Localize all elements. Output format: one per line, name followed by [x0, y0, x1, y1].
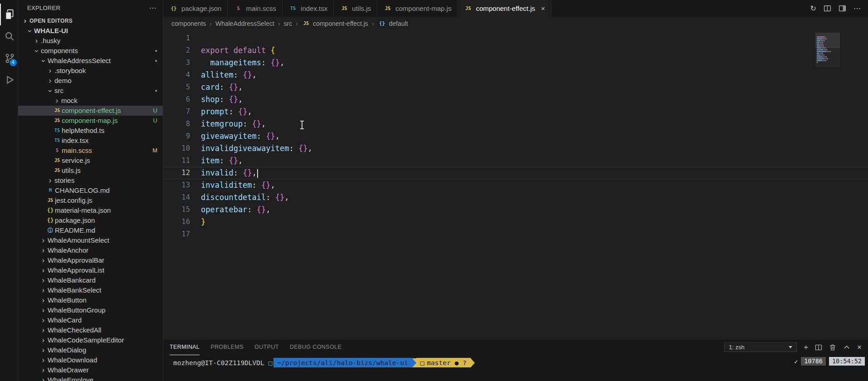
breadcrumb-item[interactable]: src — [284, 20, 293, 27]
tree-folder-components[interactable]: ›components● — [18, 46, 163, 56]
code-line[interactable]: 14discountdetail: {}, — [163, 191, 868, 204]
tree-folder-.storybook[interactable]: ›.storybook — [18, 66, 163, 76]
code-line[interactable]: 9giveawayitem: {}, — [163, 130, 868, 142]
ibeam-mouse-cursor — [299, 121, 305, 129]
code-line-text: export default { — [190, 44, 275, 57]
tab-component-effect.js[interactable]: JScomponent-effect.js× — [458, 0, 551, 17]
split-editor-icon[interactable] — [824, 5, 831, 12]
tree-folder-WhaleAmountSelect[interactable]: ›WhaleAmountSelect — [18, 235, 163, 245]
breadcrumb-item[interactable]: {}default — [378, 20, 408, 27]
breadcrumb-item[interactable]: JScomponent-effect.js — [302, 20, 368, 27]
tree-folder-WhaleApprovalBar[interactable]: ›WhaleApprovalBar — [18, 255, 163, 265]
breadcrumb-item[interactable]: WhaleAddressSelect — [215, 20, 274, 27]
trash-icon[interactable] — [829, 344, 836, 351]
tree-folder-WhaleBankSelect[interactable]: ›WhaleBankSelect — [18, 285, 163, 295]
tree-folder-WhaleCodeSampleEditor[interactable]: ›WhaleCodeSampleEditor — [18, 335, 163, 345]
tree-folder-WhaleCard[interactable]: ›WhaleCard — [18, 315, 163, 325]
explorer-view-button[interactable] — [0, 4, 18, 25]
tree-folder-mock[interactable]: ›mock — [18, 96, 163, 106]
layout-icon[interactable] — [839, 5, 846, 12]
open-editors-section[interactable]: › OPEN EDITORS — [18, 16, 163, 26]
tab-main.scss[interactable]: Smain.scss — [228, 0, 283, 17]
tree-file-helpMethod.ts[interactable]: TShelpMethod.ts — [18, 126, 163, 136]
tree-file-CHANGELOG.md[interactable]: MCHANGELOG.md — [18, 186, 163, 195]
tree-item-label: WhaleBankSelect — [48, 285, 101, 295]
minimap[interactable] — [815, 33, 840, 67]
tree-item-label: component-map.js — [62, 116, 117, 126]
close-panel-icon[interactable]: × — [857, 343, 862, 351]
tab-utils.js[interactable]: JSutils.js — [334, 0, 377, 17]
tree-folder-stories[interactable]: ›stories — [18, 176, 163, 186]
history-icon[interactable]: ↻ — [810, 5, 816, 12]
code-line[interactable]: 4allitem: {}, — [163, 69, 868, 81]
tree-folder-WhaleDialog[interactable]: ›WhaleDialog — [18, 345, 163, 355]
code-line[interactable]: 1 — [163, 32, 868, 44]
code-line[interactable]: 5card: {}, — [163, 81, 868, 93]
breadcrumb-item[interactable]: components — [171, 20, 206, 27]
code-line[interactable]: 17 — [163, 228, 868, 240]
tree-file-main.scss[interactable]: Smain.scssM — [18, 146, 163, 156]
explorer-more-actions-icon[interactable]: ⋯ — [149, 4, 156, 12]
code-line[interactable]: 16} — [163, 216, 868, 228]
tree-folder-WhaleBankcard[interactable]: ›WhaleBankcard — [18, 275, 163, 285]
code-line[interactable]: 3 manageitems: {}, — [163, 57, 868, 69]
tree-file-service.js[interactable]: JSservice.js — [18, 156, 163, 166]
panel-tab-terminal[interactable]: TERMINAL — [170, 339, 200, 355]
more-actions-icon[interactable]: ⋯ — [853, 5, 861, 12]
tree-folder-WhaleEmploye[interactable]: ›WhaleEmploye — [18, 375, 163, 381]
line-number: 1 — [163, 32, 190, 44]
new-terminal-button[interactable]: + — [804, 343, 808, 351]
panel-tab-output[interactable]: OUTPUT — [254, 339, 279, 355]
tree-file-component-effect.js[interactable]: JScomponent-effect.jsU — [18, 106, 163, 116]
code-line[interactable]: 7prompt: {}, — [163, 106, 868, 118]
tree-file-material-meta.json[interactable]: {}material-meta.json — [18, 205, 163, 215]
tree-folder-WhaleButtonGroup[interactable]: ›WhaleButtonGroup — [18, 305, 163, 315]
run-debug-view-button[interactable] — [0, 69, 18, 91]
code-line[interactable]: 11item: {}, — [163, 155, 868, 167]
code-line[interactable]: 15operatebar: {}, — [163, 204, 868, 216]
tree-file-package.json[interactable]: {}package.json — [18, 215, 163, 225]
tree-file-component-map.js[interactable]: JScomponent-map.jsU — [18, 116, 163, 126]
tree-folder-WhaleButton[interactable]: ›WhaleButton — [18, 295, 163, 305]
tab-index.tsx[interactable]: TSindex.tsx — [283, 0, 334, 17]
source-control-view-button[interactable]: 4 — [0, 47, 18, 69]
tree-folder-WhaleAnchor[interactable]: ›WhaleAnchor — [18, 245, 163, 255]
chevron-right-icon: › — [39, 305, 48, 315]
tab-package.json[interactable]: {}package.json — [163, 0, 228, 17]
chevron-down-icon: › — [25, 27, 35, 35]
search-view-button[interactable] — [0, 25, 18, 47]
code-line[interactable]: 10invalidgiveawayitem: {}, — [163, 142, 868, 155]
tree-item-label: WhaleButton — [48, 295, 87, 305]
panel-tab-problems[interactable]: PROBLEMS — [210, 339, 244, 355]
sidebar-title-bar: EXPLORER ⋯ — [18, 0, 163, 16]
tab-component-map.js[interactable]: JScomponent-map.js — [377, 0, 458, 17]
prompt-glyph-icon: □ — [268, 359, 273, 366]
tree-folder-WhaleDrawer[interactable]: ›WhaleDrawer — [18, 365, 163, 375]
tree-file-README.md[interactable]: ⓘREADME.md — [18, 225, 163, 235]
code-line[interactable]: 12invalid: {}, — [163, 167, 868, 179]
tree-folder-src[interactable]: ›src● — [18, 86, 163, 96]
code-line[interactable]: 2export default { — [163, 44, 868, 57]
code-line[interactable]: 8itemgroup: {}, — [163, 118, 868, 130]
tree-folder-WhaleAddressSelect[interactable]: ›WhaleAddressSelect● — [18, 56, 163, 66]
tree-folder-WHALE-UI[interactable]: ›WHALE-UI — [18, 26, 163, 36]
tree-file-utils.js[interactable]: JSutils.js — [18, 166, 163, 176]
code-editor[interactable]: 12export default {3 manageitems: {},4all… — [163, 30, 868, 339]
code-line[interactable]: 13invaliditem: {}, — [163, 179, 868, 191]
tree-folder-demo[interactable]: ›demo — [18, 76, 163, 86]
code-line[interactable]: 6shop: {}, — [163, 93, 868, 106]
tree-folder-.husky[interactable]: ›.husky — [18, 36, 163, 46]
close-tab-icon[interactable]: × — [541, 5, 545, 12]
tab-label: utils.js — [352, 5, 371, 12]
panel-tab-debug-console[interactable]: DEBUG CONSOLE — [290, 339, 341, 355]
tree-file-index.tsx[interactable]: TSindex.tsx — [18, 136, 163, 146]
tree-folder-WhaleCheckedAll[interactable]: ›WhaleCheckedAll — [18, 325, 163, 335]
split-terminal-icon[interactable] — [815, 344, 822, 351]
chevron-right-icon: › — [39, 295, 48, 305]
tree-file-jest.config.js[interactable]: JSjest.config.js — [18, 195, 163, 205]
tree-folder-WhaleApprovalList[interactable]: ›WhaleApprovalList — [18, 265, 163, 275]
terminal-body[interactable]: mozheng@IT-C02Z119DLVDL □ ~/projects/ali… — [163, 355, 868, 381]
tree-folder-WhaleDownload[interactable]: ›WhaleDownload — [18, 355, 163, 365]
maximize-panel-icon[interactable] — [843, 344, 850, 351]
shell-selector[interactable]: 1: zsh — [724, 342, 797, 352]
